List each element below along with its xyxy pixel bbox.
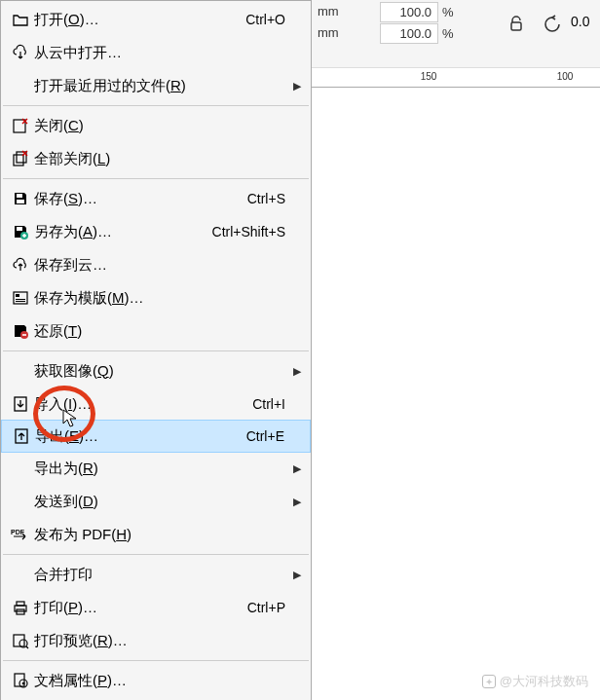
menu-separator [3, 105, 309, 106]
close-all-icon [7, 150, 34, 167]
svg-rect-11 [16, 301, 25, 302]
cloud-upload-icon [7, 256, 34, 274]
revert-icon [7, 322, 34, 340]
menu-export[interactable]: 导出(E)… Ctrl+E [1, 420, 311, 453]
cloud-download-icon [7, 44, 34, 61]
svg-point-23 [22, 682, 25, 685]
scale-y-input[interactable]: 100.0 [380, 23, 438, 44]
unit-label-2: mm [318, 25, 347, 40]
menu-print[interactable]: 打印(P)… Ctrl+P [1, 591, 311, 624]
menu-label: 获取图像(Q) [34, 362, 114, 381]
menu-shortcut: Ctrl+P [247, 600, 285, 615]
menu-save[interactable]: 保存(S)… Ctrl+S [1, 182, 311, 215]
menu-shortcut: Ctrl+Shift+S [212, 224, 285, 239]
menu-separator [3, 350, 309, 351]
menu-close[interactable]: 关闭(C) [1, 109, 311, 142]
svg-rect-5 [17, 200, 24, 203]
menu-shortcut: Ctrl+S [247, 191, 285, 206]
svg-rect-9 [16, 294, 19, 297]
print-icon [7, 599, 34, 616]
menu-revert[interactable]: 还原(T) [1, 314, 311, 348]
menu-label: 合并打印 [34, 566, 93, 584]
menu-send-to[interactable]: 发送到(D) ▶ [1, 485, 311, 518]
menu-export-as[interactable]: 导出为(R) ▶ [1, 452, 311, 485]
percent-suffix-2: % [442, 26, 454, 41]
menu-label: 发送到(D) [34, 493, 98, 511]
svg-rect-6 [17, 227, 22, 231]
menu-close-all[interactable]: 全部关闭(L) [1, 142, 311, 175]
svg-rect-2 [14, 155, 23, 166]
menu-save-to-cloud[interactable]: 保存到云… [1, 248, 311, 281]
menu-label: 文档属性(P)… [34, 672, 127, 690]
percent-suffix-1: % [442, 5, 454, 19]
submenu-arrow-icon: ▶ [289, 569, 301, 581]
svg-rect-17 [17, 602, 24, 606]
svg-rect-0 [511, 22, 521, 30]
svg-rect-19 [14, 635, 24, 646]
file-menu: 打开(O)… Ctrl+O 从云中打开… 打开最近用过的文件(R) ▶ 关闭(C… [0, 0, 312, 700]
menu-label: 打开最近用过的文件(R) [34, 77, 186, 95]
menu-merge-print[interactable]: 合并打印 ▶ [1, 558, 311, 591]
menu-label: 打开(O)… [34, 11, 99, 29]
save-icon [7, 190, 34, 207]
menu-open-from-cloud[interactable]: 从云中打开… [1, 36, 311, 69]
menu-separator [3, 660, 309, 661]
menu-save-as-template[interactable]: 保存为模版(M)… [1, 281, 311, 314]
menu-label: 导出为(R) [34, 460, 98, 478]
menu-label: 保存为模版(M)… [34, 289, 144, 308]
menu-label: 全部关闭(L) [34, 150, 110, 168]
menu-separator [3, 178, 309, 179]
ruler-tick: 100 [557, 71, 574, 82]
close-file-icon [7, 117, 34, 134]
document-properties-icon [7, 672, 34, 689]
menu-label: 另存为(A)… [34, 223, 112, 241]
menu-publish-pdf[interactable]: PDF 发布为 PDF(H) [1, 518, 311, 551]
submenu-arrow-icon: ▶ [289, 365, 301, 378]
menu-label: 发布为 PDF(H) [34, 526, 131, 544]
menu-label: 打印预览(R)… [34, 632, 128, 650]
rotate-value-input[interactable]: 0.0 [571, 14, 589, 29]
menu-acquire-image[interactable]: 获取图像(Q) ▶ [1, 354, 311, 387]
menu-label: 保存到云… [34, 256, 107, 275]
menu-save-as[interactable]: 另存为(A)… Ctrl+Shift+S [1, 215, 311, 248]
horizontal-ruler: 150 100 [312, 68, 600, 88]
print-preview-icon [7, 632, 34, 649]
menu-import[interactable]: 导入(I)… Ctrl+I [1, 387, 311, 421]
submenu-arrow-icon: ▶ [289, 462, 301, 475]
menu-open-recent[interactable]: 打开最近用过的文件(R) ▶ [1, 69, 311, 102]
menu-label: 关闭(C) [34, 117, 84, 135]
menu-label: 还原(T) [34, 322, 82, 341]
menu-print-preview[interactable]: 打印预览(R)… [1, 624, 311, 657]
submenu-arrow-icon: ▶ [289, 496, 301, 508]
unit-label-1: mm [318, 4, 347, 18]
template-icon [7, 289, 34, 307]
folder-open-icon [7, 11, 34, 28]
top-toolbar: mm mm 100.0 % 100.0 % 0.0 [312, 0, 600, 68]
svg-rect-8 [14, 292, 27, 304]
lock-aspect-icon[interactable] [506, 14, 526, 36]
menu-shortcut: Ctrl+E [246, 428, 284, 444]
ruler-tick: 150 [421, 71, 437, 82]
menu-label: 导出(E)… [35, 427, 98, 446]
menu-label: 导入(I)… [34, 395, 92, 414]
watermark: ✦ @大河科技数码 [482, 673, 588, 690]
scale-x-input[interactable]: 100.0 [380, 2, 438, 22]
menu-open[interactable]: 打开(O)… Ctrl+O [1, 3, 311, 36]
menu-label: 从云中打开… [34, 44, 122, 62]
svg-rect-10 [16, 299, 25, 300]
watermark-icon: ✦ [482, 675, 496, 688]
svg-rect-4 [17, 194, 22, 198]
save-as-icon [7, 223, 34, 240]
submenu-arrow-icon: ▶ [289, 80, 301, 92]
rotate-icon[interactable] [542, 14, 563, 38]
watermark-text: @大河科技数码 [500, 673, 588, 690]
menu-shortcut: Ctrl+O [245, 12, 285, 27]
menu-label: 保存(S)… [34, 190, 97, 208]
export-icon [8, 427, 35, 445]
import-icon [7, 395, 34, 413]
menu-shortcut: Ctrl+I [252, 396, 285, 412]
menu-label: 打印(P)… [34, 599, 97, 617]
pdf-icon: PDF [7, 527, 34, 542]
menu-separator [3, 554, 309, 555]
menu-document-properties[interactable]: 文档属性(P)… [1, 664, 311, 697]
